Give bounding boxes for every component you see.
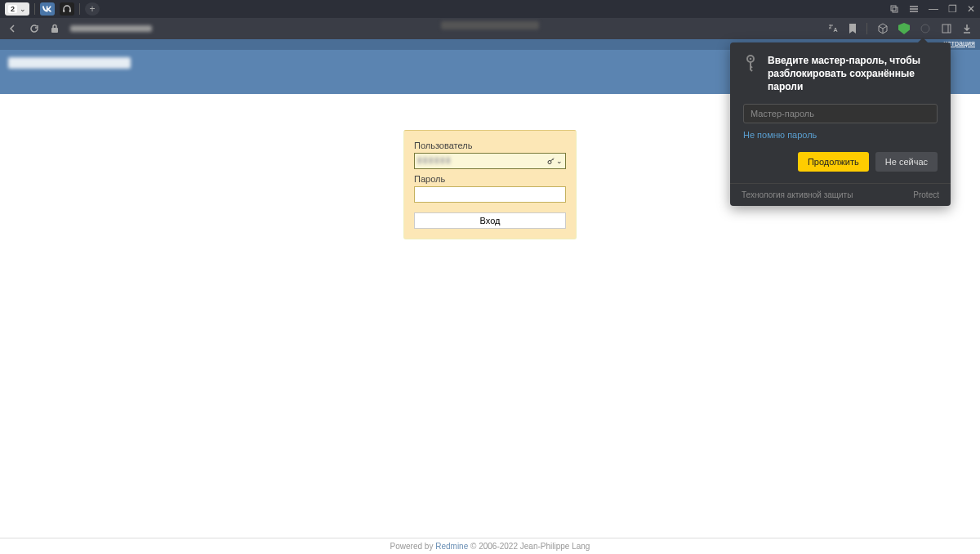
download-icon[interactable]	[962, 24, 972, 34]
tab-counter[interactable]: 2 ⌄	[5, 2, 29, 16]
protect-label: Protect	[913, 190, 939, 199]
login-button[interactable]: Вход	[414, 212, 566, 229]
forgot-password-link[interactable]: Не помню пароль	[743, 130, 817, 140]
tab-count: 2	[8, 5, 17, 13]
window-minimize[interactable]: —	[929, 3, 938, 15]
svg-rect-2	[891, 6, 896, 11]
separator	[34, 3, 35, 15]
svg-point-5	[921, 25, 929, 33]
url-title-blur	[441, 21, 539, 29]
chevron-down-icon: ⌄	[20, 5, 26, 13]
headphones-icon	[62, 4, 72, 14]
page-footer: Powered by Redmine © 2006-2022 Jean-Phil…	[0, 538, 980, 554]
not-now-button[interactable]: Не сейчас	[875, 152, 938, 172]
nav-reload[interactable]	[29, 24, 39, 34]
nav-back[interactable]	[8, 24, 18, 34]
new-tab-button[interactable]: +	[85, 2, 100, 16]
copy-icon[interactable]	[889, 4, 899, 14]
sidebar-icon[interactable]	[941, 23, 952, 34]
tab-audio[interactable]	[60, 2, 74, 16]
browser-tab-bar: 2 ⌄ + — ❐ ✕	[0, 0, 980, 18]
extension-icon[interactable]	[920, 23, 931, 34]
popup-arrow	[918, 38, 928, 42]
translate-icon[interactable]	[827, 23, 839, 34]
svg-point-8	[548, 161, 551, 164]
svg-rect-1	[69, 10, 71, 12]
password-label: Пароль	[414, 174, 566, 184]
redmine-link[interactable]: Redmine	[435, 542, 468, 551]
bookmark-icon[interactable]	[849, 24, 857, 34]
login-form: Пользователь ▮▮▮▮▮▮ ⌄ Пароль Вход	[403, 130, 577, 239]
key-icon	[743, 54, 758, 74]
protect-tech-label: Технология активной защиты	[742, 190, 853, 199]
tab-vk[interactable]	[40, 2, 55, 16]
user-label: Пользователь	[414, 141, 566, 150]
svg-point-10	[750, 58, 752, 60]
popup-title: Введите мастер-пароль, чтобы разблокиров…	[768, 54, 938, 94]
master-password-popup: Введите мастер-пароль, чтобы разблокиров…	[730, 42, 951, 206]
window-maximize[interactable]: ❐	[948, 3, 957, 15]
password-key-icon[interactable]: ⌄	[547, 157, 563, 165]
popup-footer: Технология активной защиты Protect	[730, 183, 951, 206]
separator	[79, 3, 80, 15]
svg-rect-3	[893, 7, 898, 12]
master-password-input[interactable]	[743, 104, 938, 123]
window-close[interactable]: ✕	[967, 3, 975, 15]
svg-rect-6	[942, 25, 951, 33]
password-input[interactable]	[414, 186, 566, 203]
separator	[866, 23, 867, 34]
cube-icon[interactable]	[877, 23, 889, 34]
svg-rect-0	[63, 10, 65, 12]
shield-icon[interactable]	[898, 23, 910, 34]
menu-icon[interactable]	[909, 4, 919, 14]
vk-icon	[42, 6, 52, 12]
lock-icon	[51, 24, 59, 34]
user-input[interactable]	[414, 153, 566, 169]
continue-button[interactable]: Продолжить	[798, 152, 869, 172]
svg-rect-4	[51, 28, 58, 33]
